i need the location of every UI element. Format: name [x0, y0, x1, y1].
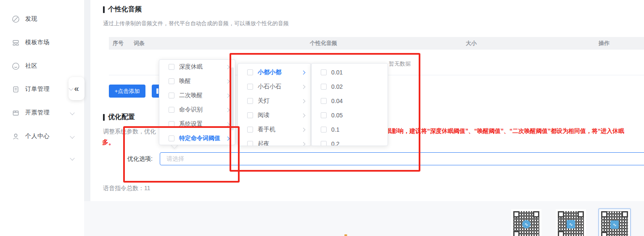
checkbox[interactable]: [321, 112, 327, 118]
sidebar-item-invoice-management[interactable]: 开票管理: [0, 106, 84, 119]
optimize-warning-text-line2: 多。: [102, 138, 115, 146]
cascader-level1-panel: 深度休眠 唤醒 二次唤醒 命令识别 系统设置 特定命令词阈值: [159, 59, 235, 145]
sidebar-item-label: 模板市场: [25, 39, 50, 46]
sidebar-item-discover[interactable]: 发现: [0, 12, 84, 26]
menu-item-label: 深度休眠: [179, 63, 203, 71]
menu-item-wake[interactable]: 唤醒: [159, 74, 235, 88]
menu-item-label: 起夜: [258, 140, 269, 146]
menu-item-threshold-02[interactable]: 0.2: [311, 137, 388, 146]
menu-item-label: 小都小都: [258, 69, 281, 76]
menu-item-deep-sleep[interactable]: 深度休眠: [159, 60, 235, 74]
sidebar-item-label: 开票管理: [25, 109, 50, 117]
audio-table-header: 序号 词条 个性化音频 大小 操作: [109, 37, 644, 50]
qr-center-logo-icon: ∿: [567, 220, 575, 228]
voice-command-total: 语音指令总数：11: [103, 185, 150, 192]
cascader-level2-panel: 小都小都 小石小石 关灯 阅读 看手机 起夜: [238, 63, 311, 146]
checkbox[interactable]: [321, 69, 327, 75]
qr-code-1: ∿: [511, 209, 541, 236]
menu-item-threshold-005[interactable]: 0.05: [311, 108, 388, 122]
menu-item-label: 系统设置: [179, 120, 203, 128]
checkbox[interactable]: [169, 64, 174, 70]
qr-center-logo-icon: ∿: [610, 220, 619, 229]
chevron-right-icon: [301, 85, 306, 89]
sidebar-item-label: 个人中心: [25, 133, 50, 140]
collapse-glyph: «: [74, 84, 79, 93]
menu-item-label: 二次唤醒: [179, 92, 203, 99]
menu-item-label: 0.2: [331, 141, 339, 146]
panel-scrollbar[interactable]: [231, 67, 234, 130]
optimize-option-select[interactable]: 请选择: [160, 152, 644, 165]
qr-finder-icon: [533, 211, 539, 217]
footer-logo-fragment: [344, 234, 347, 236]
menu-item-specific-command-threshold[interactable]: 特定命令词阈值: [159, 131, 235, 146]
menu-item-label: 阅读: [258, 111, 269, 119]
invoice-box-icon: [12, 109, 20, 117]
chevron-right-icon: [226, 108, 230, 112]
menu-item-xiaoshi-xiaoshi[interactable]: 小石小石: [238, 80, 311, 94]
hidden-button-text-fragment: [156, 88, 158, 94]
audio-section-description: 通过上传录制的音频文件，替代平台自动合成的音频，可以播放个性化的音频: [103, 20, 289, 27]
sidebar-item-label: 订单管理: [25, 85, 50, 93]
menu-item-command-recognition[interactable]: 命令识别: [159, 103, 235, 117]
cascader-level3-panel: 0.01 0.02 0.04 0.05 0.1 0.2: [311, 63, 388, 146]
checkbox[interactable]: [321, 84, 327, 90]
menu-item-second-wake[interactable]: 二次唤醒: [159, 88, 235, 103]
checkbox[interactable]: [247, 98, 253, 104]
qr-finder-icon: [513, 211, 520, 217]
menu-item-xiaodu-xiaodu[interactable]: 小都小都: [238, 65, 311, 80]
menu-item-night-rise[interactable]: 起夜: [238, 137, 311, 146]
qr-finder-icon: [578, 211, 584, 217]
sidebar-item-label: 社区: [25, 62, 37, 70]
menu-item-reading[interactable]: 阅读: [238, 108, 311, 122]
optimize-section-title: 优化配置: [103, 113, 135, 122]
checkbox[interactable]: [169, 135, 174, 141]
sidebar-item-template-market[interactable]: 模板市场: [0, 36, 84, 49]
chevron-right-icon: [226, 122, 230, 126]
menu-item-label: 看手机: [258, 126, 275, 133]
menu-item-phone[interactable]: 看手机: [238, 122, 311, 137]
menu-item-label: 命令识别: [179, 106, 203, 114]
optimize-section-title-text: 优化配置: [108, 113, 135, 122]
qr-finder-icon: [601, 211, 607, 217]
checkbox[interactable]: [169, 93, 174, 98]
qr-finder-icon: [558, 211, 564, 217]
checkbox[interactable]: [321, 127, 327, 133]
chevron-right-icon: [226, 93, 230, 98]
qr-center-logo-icon: ∿: [522, 220, 531, 228]
audio-section-title: 个性化音频: [103, 5, 142, 14]
sidebar-item-label: 发现: [25, 15, 37, 23]
checkbox[interactable]: [169, 78, 174, 84]
sidebar-item-personal-center[interactable]: 个人中心: [0, 130, 84, 143]
qr-finder-icon: [558, 231, 564, 236]
menu-item-lights-off[interactable]: 关灯: [238, 94, 311, 108]
qr-pattern: ∿: [513, 211, 539, 236]
checkbox[interactable]: [247, 141, 253, 146]
app-root: 发现 模板市场 社区 订单管理 开票管理: [0, 0, 644, 236]
checkbox[interactable]: [169, 107, 174, 113]
chevron-right-icon: [301, 142, 306, 146]
checkbox[interactable]: [247, 84, 253, 90]
menu-item-threshold-004[interactable]: 0.04: [311, 94, 388, 108]
order-document-icon: [12, 85, 20, 93]
checkbox[interactable]: [321, 98, 327, 104]
checkbox[interactable]: [247, 69, 253, 75]
select-placeholder: 请选择: [166, 155, 184, 163]
menu-item-label: 0.05: [331, 112, 343, 119]
sidebar-item-community[interactable]: 社区: [0, 59, 84, 73]
chevron-down-icon: [70, 156, 74, 160]
checkbox[interactable]: [321, 141, 327, 146]
menu-item-threshold-001[interactable]: 0.01: [311, 65, 388, 80]
column-header-action: 操作: [599, 37, 610, 50]
chevron-right-icon: [226, 79, 230, 83]
chevron-down-icon: [70, 110, 74, 115]
checkbox[interactable]: [247, 127, 253, 133]
audio-section-title-text: 个性化音频: [108, 5, 142, 14]
menu-item-threshold-01[interactable]: 0.1: [311, 122, 388, 137]
sidebar: 发现 模板市场 社区 订单管理 开票管理: [0, 0, 84, 236]
menu-item-system-settings[interactable]: 系统设置: [159, 117, 235, 131]
checkbox[interactable]: [247, 112, 253, 118]
menu-item-label: 0.04: [331, 98, 343, 104]
menu-item-threshold-002[interactable]: 0.02: [311, 80, 388, 94]
checkbox[interactable]: [169, 121, 174, 127]
add-entry-button[interactable]: +点击添加: [109, 85, 145, 98]
